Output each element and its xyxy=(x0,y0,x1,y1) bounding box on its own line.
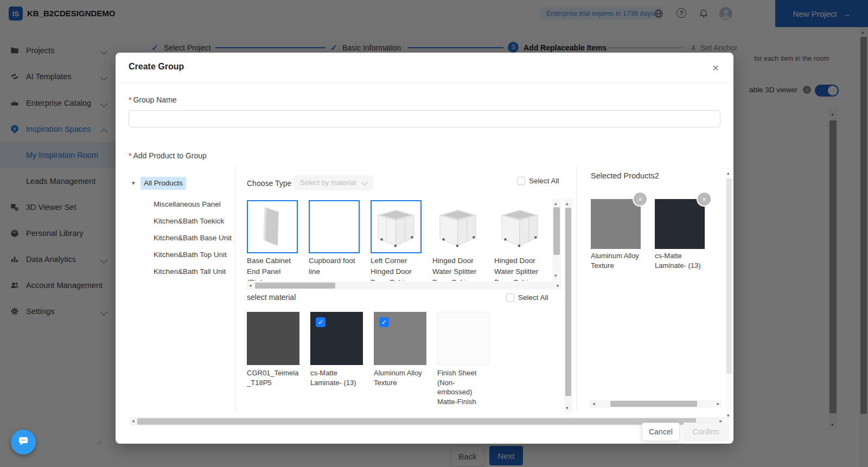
scrollbar-thumb[interactable] xyxy=(610,401,697,407)
material-swatch-cs-matte-laminate[interactable]: ✓ xyxy=(310,312,363,365)
select-all-products-checkbox[interactable] xyxy=(517,177,525,185)
tree-node-child[interactable]: Kitchen&Bath Base Unit xyxy=(154,232,235,245)
divider xyxy=(577,165,577,411)
required-asterisk: * xyxy=(129,95,131,104)
tree-node-child[interactable]: Miscellaneous Panel xyxy=(154,198,235,211)
scrollbar-thumb[interactable] xyxy=(255,283,335,289)
group-name-label: *Group Name xyxy=(129,95,177,104)
divider xyxy=(235,165,235,411)
product-card-cupboard-foot-line[interactable] xyxy=(309,200,360,253)
products-vertical-scrollbar[interactable]: ▴ ▾ xyxy=(552,199,561,280)
selected-item-aluminum-alloy[interactable] xyxy=(591,199,641,249)
scrollbar-thumb[interactable] xyxy=(565,208,571,396)
arrow-up-icon[interactable]: ▴ xyxy=(566,201,569,206)
arrow-left-icon[interactable]: ◂ xyxy=(592,401,595,406)
selected-products-title: Selected Products2 xyxy=(591,171,659,180)
checked-checkbox-icon[interactable]: ✓ xyxy=(379,317,389,327)
product-label: Base Cabinet End Panel (Righ xyxy=(247,255,299,281)
selected-item-label: Aluminum Alloy Texture xyxy=(591,251,642,271)
chevron-down-icon xyxy=(361,179,367,185)
scrollbar-thumb[interactable] xyxy=(553,207,560,255)
selected-item-cs-matte-laminate[interactable] xyxy=(655,199,705,249)
checked-checkbox-icon[interactable]: ✓ xyxy=(316,317,326,327)
product-label: Left Corner Hinged Door Base Cabi xyxy=(371,255,423,281)
products-horizontal-scrollbar[interactable]: ◂ ▸ xyxy=(247,282,561,290)
material-swatch-aluminum-alloy[interactable]: ✓ xyxy=(374,312,426,365)
add-product-label: *Add Product to Group xyxy=(129,151,207,160)
product-label: Hinged Door Water Splitter Base Cabi xyxy=(432,255,484,281)
tree-node-child[interactable]: Kitchen&Bath Top Unit xyxy=(154,248,235,261)
divider xyxy=(116,82,733,83)
product-card-hinged-door-water-splitter-1[interactable] xyxy=(432,200,483,253)
type-dropdown[interactable]: Select by material xyxy=(293,175,373,190)
chat-fab-button[interactable] xyxy=(11,430,36,455)
arrow-up-icon[interactable]: ▴ xyxy=(554,201,557,206)
arrow-right-icon[interactable]: ▸ xyxy=(717,401,719,406)
scrollbar-thumb[interactable] xyxy=(726,178,732,374)
arrow-down-icon[interactable]: ▾ xyxy=(554,273,557,278)
scrollbar-thumb[interactable] xyxy=(137,418,696,425)
selected-vertical-scrollbar[interactable]: ▴ ▾ xyxy=(725,169,733,420)
arrow-down-icon[interactable]: ▾ xyxy=(566,406,569,411)
arrow-left-icon[interactable]: ◂ xyxy=(132,419,135,424)
group-name-input[interactable] xyxy=(129,110,720,127)
chat-bubble-icon xyxy=(17,434,30,450)
select-material-label: select material xyxy=(247,293,296,302)
remove-item-icon[interactable]: × xyxy=(698,193,711,206)
cancel-button[interactable]: Cancel xyxy=(642,423,680,441)
choose-type-label: Choose Type xyxy=(247,179,291,188)
product-label: Cupboard foot line xyxy=(309,255,361,281)
tree-node-all-products[interactable]: All Products xyxy=(141,177,186,190)
product-card-base-cabinet-end-panel[interactable] xyxy=(247,200,298,253)
material-label: Aluminum Alloy Texture xyxy=(374,368,426,408)
type-dropdown-value: Select by material xyxy=(300,178,356,187)
cabinet-image xyxy=(372,201,420,252)
remove-item-icon[interactable]: × xyxy=(634,193,647,206)
arrow-left-icon[interactable]: ◂ xyxy=(249,283,252,288)
arrow-up-icon[interactable]: ▴ xyxy=(727,171,730,176)
close-icon[interactable]: × xyxy=(712,61,719,74)
cabinet-image xyxy=(495,201,544,252)
product-label: Hinged Door Water Splitter Base Cabi xyxy=(494,255,546,281)
material-swatch-finish-sheet[interactable] xyxy=(437,312,490,365)
selected-item-label: cs-Matte Laminate- (13) xyxy=(655,251,706,271)
modal-title: Create Group xyxy=(129,62,184,72)
material-swatch-cgr01[interactable] xyxy=(247,312,299,365)
required-asterisk: * xyxy=(129,151,131,160)
select-all-materials-label: Select All xyxy=(518,293,548,302)
material-label: Finish Sheet (Non-embossed) Matte-Finish… xyxy=(437,368,489,408)
arrow-down-icon[interactable]: ▾ xyxy=(727,413,730,418)
select-all-products-label: Select All xyxy=(529,177,559,185)
tree-node-child[interactable]: Kitchen&Bath Toekick xyxy=(154,215,235,228)
product-card-left-corner-hinged-door[interactable] xyxy=(371,200,422,253)
middle-vertical-scrollbar[interactable]: ▴ ▾ xyxy=(564,199,572,413)
cabinet-image xyxy=(433,201,482,252)
selected-horizontal-scrollbar[interactable]: ◂ ▸ xyxy=(590,400,722,408)
material-label: cs-Matte Laminate- (13) xyxy=(310,368,362,408)
panel-image xyxy=(248,201,297,252)
modal-horizontal-scrollbar[interactable]: ◂ ▸ xyxy=(130,417,724,426)
screen: IS KB_B2CDESIGNDEMO Enterprise trial exp… xyxy=(0,0,868,467)
product-card-hinged-door-water-splitter-2[interactable] xyxy=(494,200,545,253)
material-label: CGR01_Teimela_T18P5 xyxy=(247,368,299,408)
create-group-modal: Create Group × *Group Name *Add Product … xyxy=(116,53,733,444)
confirm-button[interactable]: Confirm xyxy=(683,423,729,441)
tree-node-child[interactable]: Kitchen&Bath Tall Unit xyxy=(154,265,235,278)
tree-caret-icon[interactable]: ▾ xyxy=(132,180,135,187)
select-all-materials-checkbox[interactable] xyxy=(506,293,514,302)
arrow-right-icon[interactable]: ▸ xyxy=(557,283,559,288)
